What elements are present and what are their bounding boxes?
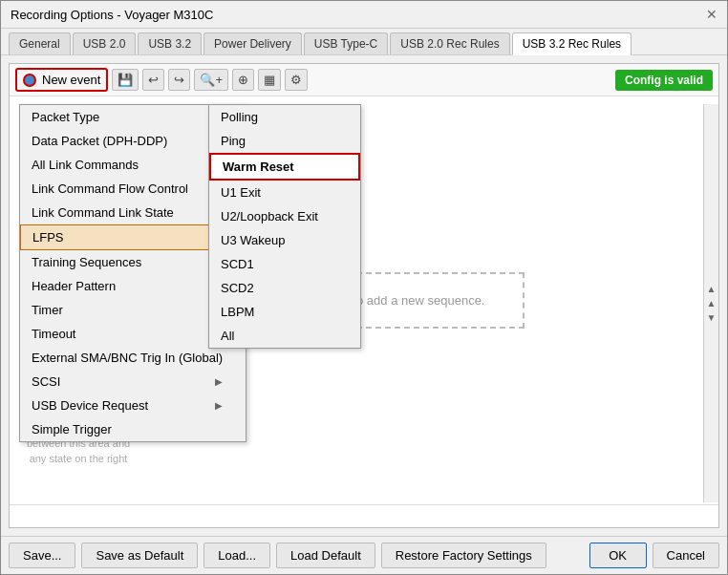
save-button[interactable]: Save... <box>9 543 75 568</box>
submenu-u2loopback[interactable]: U2/Loopback Exit <box>209 204 360 228</box>
submenu-warm-reset[interactable]: Warm Reset <box>209 153 360 181</box>
scroll-down-arrow2[interactable]: ▼ <box>707 312 717 323</box>
new-event-label: New event <box>42 73 100 87</box>
footer-left: Save... Save as Default Load... Load Def… <box>9 543 546 568</box>
grid-button[interactable]: ▦ <box>258 69 281 91</box>
settings-button[interactable]: ⚙ <box>285 69 308 91</box>
window-title: Recording Options - Voyager M310C <box>11 8 213 22</box>
footer: Save... Save as Default Load... Load Def… <box>1 536 727 574</box>
submenu-polling[interactable]: Polling <box>209 105 360 129</box>
ok-button[interactable]: OK <box>589 543 647 568</box>
submenu-u1exit[interactable]: U1 Exit <box>209 181 360 204</box>
menu-item-scsi[interactable]: SCSI ▶ <box>20 370 246 394</box>
scroll-down-arrow[interactable]: ▲ <box>707 298 717 309</box>
new-event-icon <box>23 74 36 87</box>
tab-power-delivery[interactable]: Power Delivery <box>203 32 302 54</box>
tab-usb32-rec-rules[interactable]: USB 3.2 Rec Rules <box>512 32 632 55</box>
tab-usb32[interactable]: USB 3.2 <box>138 32 202 54</box>
tab-general[interactable]: General <box>9 32 71 54</box>
tab-usb20-rec-rules[interactable]: USB 2.0 Rec Rules <box>390 32 509 54</box>
scroll-up-arrow[interactable]: ▲ <box>707 284 717 294</box>
cancel-button[interactable]: Cancel <box>653 543 719 568</box>
menu-item-usb-device[interactable]: USB Device Request ▶ <box>20 394 246 417</box>
toolbar: New event 💾 ↩ ↪ 🔍+ ⊕ ▦ ⚙ Config is valid <box>10 64 718 96</box>
zoom-fit-button[interactable]: ⊕ <box>232 69 254 91</box>
menu-item-external-sma[interactable]: External SMA/BNC Trig In (Global) <box>20 346 246 370</box>
lfps-submenu: Polling Ping Warm Reset U1 Exit U2/Loopb… <box>208 104 361 349</box>
load-default-button[interactable]: Load Default <box>276 543 375 568</box>
footer-right: OK Cancel <box>589 543 719 568</box>
submenu-all[interactable]: All <box>209 324 360 348</box>
zoom-in-button[interactable]: 🔍+ <box>194 69 228 91</box>
submenu-scd2[interactable]: SCD2 <box>209 276 360 300</box>
new-event-button[interactable]: New event <box>15 68 108 92</box>
undo-button[interactable]: ↩ <box>142 69 164 91</box>
content-area: New event 💾 ↩ ↪ 🔍+ ⊕ ▦ ⚙ Config is valid… <box>1 55 727 536</box>
status-bar <box>10 504 718 527</box>
submenu-lbpm[interactable]: LBPM <box>209 300 360 324</box>
tab-bar: General USB 2.0 USB 3.2 Power Delivery U… <box>1 29 727 55</box>
tab-usb20[interactable]: USB 2.0 <box>73 32 137 54</box>
save-toolbar-button[interactable]: 💾 <box>112 69 139 91</box>
submenu-arrow-scsi: ▶ <box>215 376 223 387</box>
close-button[interactable]: ✕ <box>706 7 717 22</box>
submenu-scd1[interactable]: SCD1 <box>209 252 360 276</box>
main-panel: New event 💾 ↩ ↪ 🔍+ ⊕ ▦ ⚙ Config is valid… <box>9 63 719 528</box>
config-valid-badge: Config is valid <box>615 70 713 91</box>
submenu-ping[interactable]: Ping <box>209 129 360 153</box>
load-button[interactable]: Load... <box>203 543 270 568</box>
main-window: Recording Options - Voyager M310C ✕ Gene… <box>0 0 728 575</box>
scrollbar-right: ▲ ▲ ▼ <box>703 104 718 502</box>
submenu-arrow-usb-device: ▶ <box>215 400 223 411</box>
save-default-button[interactable]: Save as Default <box>81 543 198 568</box>
restore-factory-button[interactable]: Restore Factory Settings <box>381 543 546 568</box>
redo-button[interactable]: ↪ <box>168 69 190 91</box>
tab-usb-typec[interactable]: USB Type-C <box>304 32 388 54</box>
submenu-u3wakeup[interactable]: U3 Wakeup <box>209 228 360 252</box>
menu-item-simple-trigger[interactable]: Simple Trigger <box>20 417 246 441</box>
title-bar: Recording Options - Voyager M310C ✕ <box>1 1 727 29</box>
